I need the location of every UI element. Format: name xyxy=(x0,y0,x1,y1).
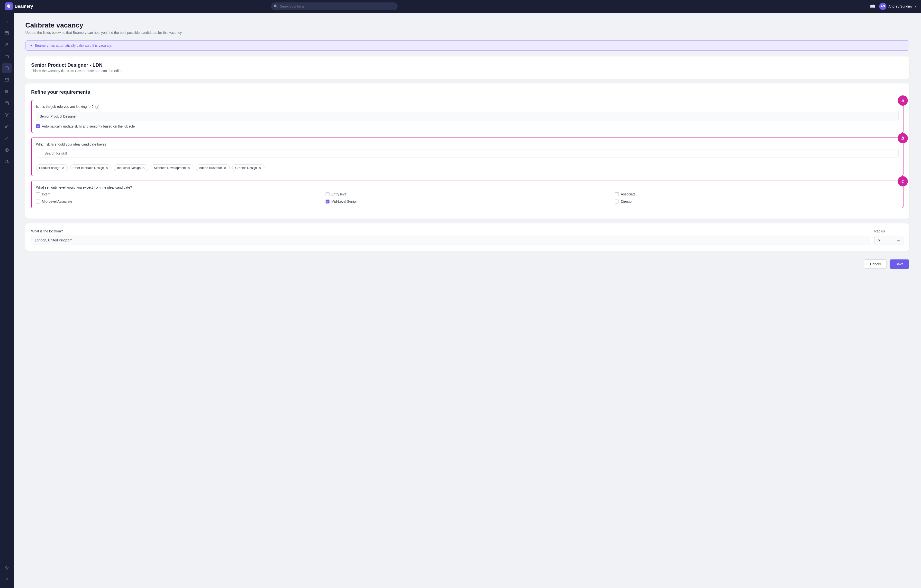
auto-update-checkbox[interactable] xyxy=(36,124,40,128)
seniority-intern-checkbox[interactable] xyxy=(36,192,40,196)
seniority-entry-level-checkbox[interactable] xyxy=(325,192,329,196)
nav-right: 📖 AS Andrey Sundiev ▾ xyxy=(870,3,916,10)
svg-line-14 xyxy=(8,125,8,126)
svg-line-17 xyxy=(7,137,8,139)
auto-update-checkbox-row: Automatically update skills and seniorit… xyxy=(36,124,898,128)
seniority-mid-associate-label: Mid-Level Associate xyxy=(42,200,72,204)
job-role-input[interactable] xyxy=(36,112,898,121)
badge-c: c xyxy=(898,176,908,186)
seniority-director-checkbox[interactable] xyxy=(615,200,619,204)
chevron-down-icon: ▾ xyxy=(914,4,916,8)
svg-rect-3 xyxy=(5,78,9,81)
svg-point-12 xyxy=(5,126,7,128)
search-bar: 🔍 xyxy=(271,2,398,10)
seniority-intern: Intern xyxy=(36,192,320,196)
main-content: Calibrate vacancy Update the fields belo… xyxy=(14,13,921,588)
vacancy-subtitle: This is the vacancy title from Greenhous… xyxy=(31,69,903,73)
sidebar-item-integrations[interactable] xyxy=(2,145,12,155)
save-button[interactable]: Save xyxy=(890,259,909,269)
badge-a: a xyxy=(898,95,908,106)
skill-tag-product-design: Product design ✕ xyxy=(36,164,68,171)
sidebar-item-filter[interactable] xyxy=(2,110,12,120)
remove-skill-scenario-development[interactable]: ✕ xyxy=(187,166,190,169)
radius-field: Radius mi xyxy=(874,229,903,245)
skill-search-wrapper: 🔍 xyxy=(36,149,898,161)
skill-label: Adobe Illustrator xyxy=(199,166,222,169)
seniority-director: Director xyxy=(615,200,898,204)
location-row: What is the location? Radius mi xyxy=(31,229,903,245)
info-icon-a[interactable]: i xyxy=(95,105,99,109)
seniority-director-label: Director xyxy=(621,200,633,204)
seniority-entry-level: Entry level xyxy=(325,192,609,196)
seniority-intern-label: Intern xyxy=(42,192,50,196)
job-role-label: Is this the job role you are looking for… xyxy=(36,105,898,109)
svg-marker-11 xyxy=(5,113,8,116)
remove-skill-graphic-design[interactable]: ✕ xyxy=(259,166,261,169)
svg-marker-25 xyxy=(5,566,8,570)
user-menu[interactable]: AS Andrey Sundiev ▾ xyxy=(879,3,916,10)
search-icon: 🔍 xyxy=(274,4,278,8)
svg-line-18 xyxy=(8,137,8,138)
refine-requirements-card: Refine your requirements a Is this the j… xyxy=(25,83,909,218)
radius-unit: mi xyxy=(897,238,901,242)
job-role-section: a Is this the job role you are looking f… xyxy=(31,100,903,133)
logo-icon xyxy=(5,2,13,10)
seniority-mid-senior-label: Mid-Level Senior xyxy=(331,200,357,204)
svg-rect-2 xyxy=(5,67,8,70)
sidebar-item-mail[interactable] xyxy=(2,75,12,85)
sidebar-item-vacancies[interactable] xyxy=(2,63,12,73)
skills-label: Which skills should your ideal candidate… xyxy=(36,142,898,146)
sidebar-item-inbox[interactable] xyxy=(2,28,12,38)
sidebar-item-analytics[interactable] xyxy=(2,134,12,143)
sidebar-item-contacts[interactable] xyxy=(2,40,12,50)
skill-tag-scenario-development: Scenario Development ✕ xyxy=(151,164,194,171)
svg-line-13 xyxy=(7,125,8,126)
sidebar-item-calendar[interactable] xyxy=(2,98,12,108)
user-name: Andrey Sundiev xyxy=(888,4,913,8)
auto-update-label: Automatically update skills and seniorit… xyxy=(42,124,135,128)
actions-bar: Cancel Save xyxy=(25,256,909,270)
remove-skill-adobe-illustrator[interactable]: ✕ xyxy=(224,166,226,169)
sidebar-item-expand[interactable] xyxy=(2,574,12,584)
svg-point-23 xyxy=(6,160,7,161)
book-icon[interactable]: 📖 xyxy=(870,4,875,9)
skill-tag-user-interface-design: User Interface Design ✕ xyxy=(70,164,112,171)
vacancy-title: Senior Product Designer - LDN xyxy=(31,62,903,68)
remove-skill-product-design[interactable]: ✕ xyxy=(62,166,65,169)
sidebar-item-keys[interactable] xyxy=(2,122,12,132)
sparkle-icon: ✦ xyxy=(30,44,33,47)
seniority-section: c What seniority level would you expect … xyxy=(31,181,903,208)
auto-calibration-banner: ✦ Beamery has automatically calibrated t… xyxy=(25,41,909,50)
seniority-associate-label: Associate xyxy=(621,192,636,196)
skills-section: b Which skills should your ideal candida… xyxy=(31,137,903,176)
page-subtitle: Update the fields below so that Beamery … xyxy=(25,31,909,34)
remove-skill-user-interface-design[interactable]: ✕ xyxy=(105,166,108,169)
vacancy-card: Senior Product Designer - LDN This is th… xyxy=(25,57,909,78)
avatar: AS xyxy=(879,3,887,10)
cancel-button[interactable]: Cancel xyxy=(864,259,887,269)
seniority-mid-level-associate: Mid-Level Associate xyxy=(36,200,320,204)
skill-tag-graphic-design: Graphic Design ✕ xyxy=(232,164,265,171)
seniority-label: What seniority level would you expect fr… xyxy=(36,186,898,189)
page-title: Calibrate vacancy xyxy=(25,21,909,29)
seniority-mid-associate-checkbox[interactable] xyxy=(36,200,40,204)
location-label: What is the location? xyxy=(31,229,871,233)
skill-tag-industrial-design: Industrial Design ✕ xyxy=(114,164,148,171)
sidebar-item-tasks[interactable] xyxy=(2,86,12,96)
remove-skill-industrial-design[interactable]: ✕ xyxy=(142,166,145,169)
sidebar-item-admin[interactable] xyxy=(2,157,12,166)
sidebar-item-lightning[interactable] xyxy=(2,563,12,572)
seniority-mid-senior-checkbox[interactable] xyxy=(325,200,329,204)
seniority-associate: Associate xyxy=(615,192,898,196)
logo[interactable]: Beamery xyxy=(5,2,33,10)
sidebar-item-home[interactable]: ⌂ xyxy=(2,16,12,26)
location-field: What is the location? xyxy=(31,229,871,245)
seniority-associate-checkbox[interactable] xyxy=(615,192,619,196)
skill-search-input[interactable] xyxy=(36,149,898,158)
location-input[interactable] xyxy=(31,236,871,245)
radius-label: Radius xyxy=(874,229,903,233)
logo-text: Beamery xyxy=(15,4,33,9)
sidebar-item-folders[interactable] xyxy=(2,52,12,61)
seniority-entry-level-label: Entry level xyxy=(331,192,347,196)
search-input[interactable] xyxy=(271,2,398,10)
